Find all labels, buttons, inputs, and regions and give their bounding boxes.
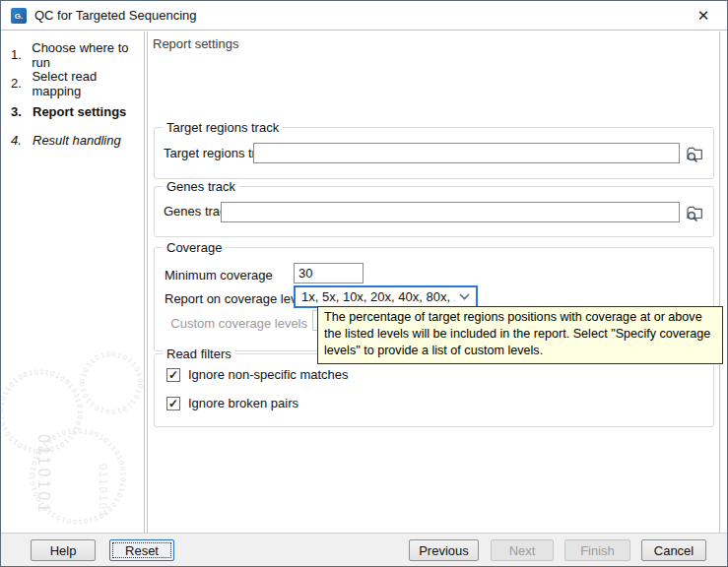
minimum-coverage-input[interactable] xyxy=(294,263,364,284)
checkbox-label: Ignore non-specific matches xyxy=(188,367,349,382)
wizard-steps: 1. Choose where to run 2. Select read ma… xyxy=(1,40,144,155)
step-choose-where-to-run: 1. Choose where to run xyxy=(1,40,144,69)
ignore-broken-pairs-row: ✓ Ignore broken pairs xyxy=(166,396,298,410)
ignore-non-specific-matches-checkbox[interactable]: ✓ xyxy=(166,368,180,382)
binary-spiral-watermark: 0101101001011010010110100101101001011010… xyxy=(1,345,145,534)
dialog-window: G. QC for Targeted Sequencing ✕ 1. Choos… xyxy=(0,0,728,567)
custom-coverage-levels-label: Custom coverage levels xyxy=(165,316,307,331)
cancel-button[interactable]: Cancel xyxy=(641,539,706,561)
dialog-footer: Help Reset Previous Next Finish Cancel xyxy=(1,533,727,566)
checkmark-icon: ✓ xyxy=(168,398,178,410)
step-number: 4. xyxy=(11,133,24,148)
report-settings-panel: Report settings Target regions track Tar… xyxy=(147,32,720,534)
step-label: Choose where to run xyxy=(32,40,144,70)
svg-text:010110100101101001011010010110: 0101101001011010010110100101101001011010… xyxy=(1,345,144,415)
ignore-non-specific-matches-row: ✓ Ignore non-specific matches xyxy=(166,367,349,382)
previous-button[interactable]: Previous xyxy=(409,539,479,561)
ignore-broken-pairs-checkbox[interactable]: ✓ xyxy=(166,397,180,410)
svg-text:010110100101101001011010010110: 0101101001011010010110100101101001011010… xyxy=(1,345,127,526)
coverage-levels-tooltip: The percentage of target regions positio… xyxy=(317,306,723,364)
target-regions-track-input[interactable] xyxy=(253,143,680,163)
step-label: Report settings xyxy=(33,104,126,119)
svg-text:0110101: 0110101 xyxy=(98,464,109,519)
svg-text:0110101: 0110101 xyxy=(35,434,52,515)
finish-button: Finish xyxy=(564,539,630,561)
step-result-handling: 4. Result handling xyxy=(1,126,144,155)
svg-text:010110100101101001011010010110: 0101101001011010010110100101101001011010… xyxy=(1,345,84,455)
group-genes-track: Genes track Genes track xyxy=(154,186,714,237)
checkbox-label: Ignore broken pairs xyxy=(188,396,298,410)
group-legend: Genes track xyxy=(163,179,239,194)
help-button[interactable]: Help xyxy=(31,539,96,561)
close-icon[interactable]: ✕ xyxy=(688,4,719,28)
chevron-down-icon xyxy=(459,293,470,300)
titlebar: G. QC for Targeted Sequencing ✕ xyxy=(1,1,727,31)
wizard-sidebar: 1. Choose where to run 2. Select read ma… xyxy=(1,32,145,534)
step-label: Result handling xyxy=(33,133,121,148)
browse-folder-icon[interactable] xyxy=(684,143,704,163)
group-legend: Read filters xyxy=(163,346,235,361)
browse-folder-icon[interactable] xyxy=(684,202,704,222)
step-number: 2. xyxy=(11,76,23,91)
selected-coverage-levels: 1x, 5x, 10x, 20x, 40x, 80x, 100x xyxy=(301,289,455,304)
group-legend: Target regions track xyxy=(163,120,283,135)
group-legend: Coverage xyxy=(163,240,226,255)
group-read-filters: Read filters ✓ Ignore non-specific match… xyxy=(154,353,714,427)
step-number: 3. xyxy=(11,104,24,119)
app-icon: G. xyxy=(11,8,27,24)
report-coverage-levels-select[interactable]: 1x, 5x, 10x, 20x, 40x, 80x, 100x xyxy=(294,285,478,308)
step-label: Select read mapping xyxy=(32,69,144,98)
step-report-settings: 3. Report settings xyxy=(1,97,144,126)
next-button: Next xyxy=(491,539,554,561)
step-select-read-mapping: 2. Select read mapping xyxy=(1,69,144,97)
checkmark-icon: ✓ xyxy=(168,369,178,381)
genes-track-input[interactable] xyxy=(221,202,680,222)
reset-button[interactable]: Reset xyxy=(109,539,174,561)
window-title: QC for Targeted Sequencing xyxy=(34,8,197,23)
dialog-content: 1. Choose where to run 2. Select read ma… xyxy=(1,32,727,534)
group-target-regions-track: Target regions track Target regions trac… xyxy=(154,127,714,179)
step-number: 1. xyxy=(11,47,23,62)
minimum-coverage-label: Minimum coverage xyxy=(165,268,273,283)
report-coverage-levels-label: Report on coverage levels xyxy=(165,291,313,306)
panel-heading: Report settings xyxy=(153,36,238,51)
